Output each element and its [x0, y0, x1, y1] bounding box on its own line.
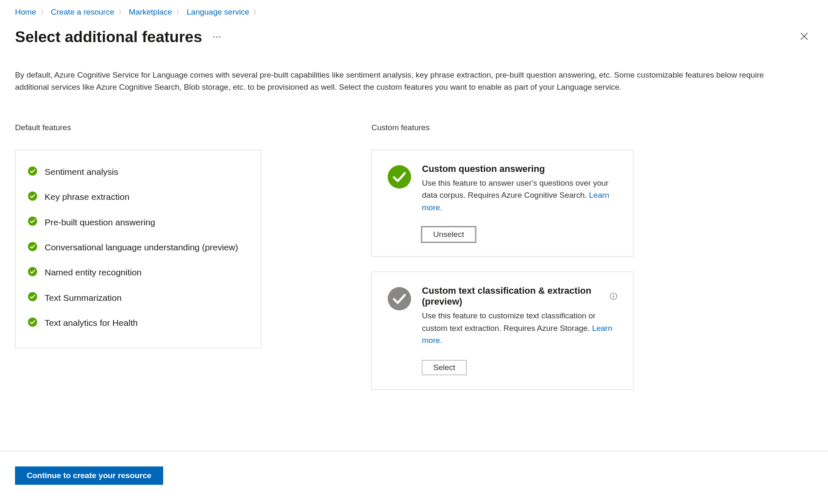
default-feature-label: Conversational language understanding (p… [45, 242, 238, 253]
custom-features-label: Custom features [371, 123, 634, 132]
unselect-button[interactable]: Unselect [422, 227, 475, 242]
check-circle-icon [28, 217, 37, 228]
custom-feature-card: Custom text classification & extraction … [371, 272, 634, 389]
svg-point-8 [388, 287, 411, 310]
check-circle-icon [28, 318, 37, 329]
default-features-column: Default features Sentiment analysis Key … [15, 123, 261, 405]
svg-rect-11 [613, 296, 614, 298]
default-feature-label: Key phrase extraction [45, 191, 129, 203]
custom-feature-card: Custom question answering Use this featu… [371, 150, 634, 257]
default-feature-label: Sentiment analysis [45, 166, 118, 178]
chevron-right-icon: 〉 [253, 8, 260, 16]
default-feature-label: Named entity recognition [45, 267, 141, 278]
breadcrumb-link-marketplace[interactable]: Marketplace [129, 8, 172, 17]
svg-point-5 [28, 292, 37, 301]
svg-point-4 [28, 267, 37, 276]
default-feature-item: Text analytics for Health [28, 317, 248, 329]
svg-point-2 [28, 217, 37, 226]
default-feature-item: Text Summarization [28, 292, 248, 304]
check-circle-large-icon [388, 287, 411, 346]
svg-point-10 [613, 295, 614, 295]
svg-point-6 [28, 318, 37, 327]
page-title: Select additional features ··· [15, 28, 222, 46]
default-features-label: Default features [15, 123, 261, 132]
default-features-box: Sentiment analysis Key phrase extraction… [15, 150, 261, 348]
check-circle-icon [28, 267, 37, 278]
custom-feature-title: Custom question answering [422, 164, 617, 174]
select-button[interactable]: Select [422, 360, 467, 375]
chevron-right-icon: 〉 [119, 8, 125, 16]
chevron-right-icon: 〉 [40, 8, 47, 16]
breadcrumb-link-language[interactable]: Language service [187, 8, 249, 17]
breadcrumb: Home 〉 Create a resource 〉 Marketplace 〉… [15, 8, 813, 17]
default-feature-item: Sentiment analysis [28, 166, 248, 178]
svg-point-3 [28, 242, 37, 251]
default-feature-item: Key phrase extraction [28, 191, 248, 203]
svg-point-7 [388, 165, 411, 189]
default-feature-label: Text analytics for Health [45, 317, 138, 329]
footer-bar: Continue to create your resource [0, 451, 828, 485]
custom-feature-description: Use this feature to customize text class… [422, 310, 617, 346]
default-feature-item: Pre-built question answering [28, 217, 248, 228]
default-feature-label: Pre-built question answering [45, 217, 155, 228]
check-circle-icon [28, 192, 37, 203]
custom-feature-description: Use this feature to answer user's questi… [422, 177, 617, 214]
breadcrumb-link-home[interactable]: Home [15, 8, 36, 17]
check-circle-icon [28, 242, 37, 253]
custom-features-column: Custom features Custom question answerin… [371, 123, 634, 405]
more-actions-icon[interactable]: ··· [213, 33, 222, 42]
close-icon[interactable] [800, 31, 809, 43]
custom-feature-title: Custom text classification & extraction … [422, 285, 617, 307]
default-feature-item: Named entity recognition [28, 267, 248, 278]
check-circle-large-icon [388, 165, 411, 214]
default-feature-item: Conversational language understanding (p… [28, 242, 248, 253]
continue-button[interactable]: Continue to create your resource [15, 466, 163, 485]
svg-point-1 [28, 192, 37, 201]
check-circle-icon [28, 166, 37, 178]
check-circle-icon [28, 292, 37, 303]
chevron-right-icon: 〉 [176, 8, 182, 16]
default-feature-label: Text Summarization [45, 292, 121, 304]
svg-point-0 [28, 166, 37, 176]
breadcrumb-link-create[interactable]: Create a resource [51, 8, 114, 17]
info-icon[interactable] [610, 292, 617, 300]
intro-text: By default, Azure Cognitive Service for … [15, 69, 779, 93]
